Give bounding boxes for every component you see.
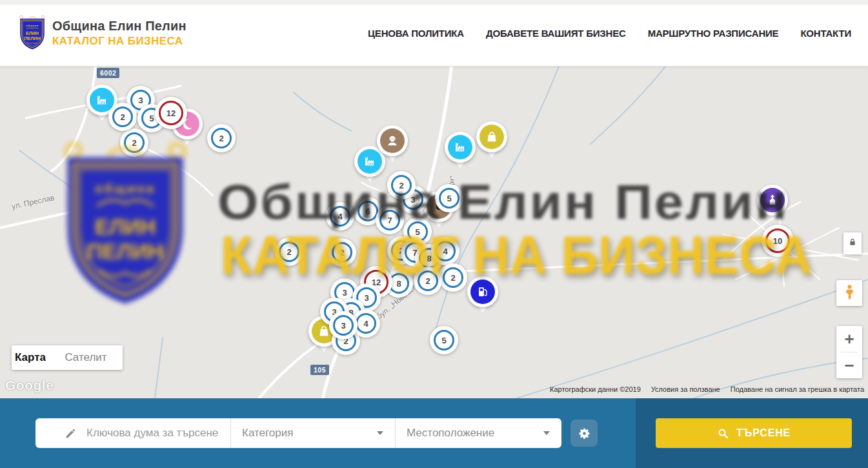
cluster-marker[interactable]: 2	[207, 124, 236, 152]
page: община ЕЛИН ПЕЛИН Община Елин Пелин КАТА…	[0, 0, 868, 468]
bag-icon	[479, 125, 504, 149]
category-dropdown-label: Категория	[242, 427, 293, 440]
terms-of-use-link[interactable]: Условия за ползване	[651, 385, 720, 393]
road-shield: 6002	[97, 68, 119, 78]
watermark-title: Община Елин Пелин	[217, 174, 789, 230]
search-button-label: ТЪРСЕНЕ	[736, 427, 791, 439]
map-type-satellite-button[interactable]: Сателит	[49, 345, 123, 370]
lock-icon	[847, 237, 858, 250]
nav-route-schedule[interactable]: МАРШРУТНО РАЗПИСАНИЕ	[648, 28, 779, 39]
top-strip	[0, 0, 868, 5]
brand-link[interactable]: община ЕЛИН ПЕЛИН Община Елин Пелин КАТА…	[0, 15, 187, 51]
search-fields: Категория Местоположение	[35, 418, 561, 448]
map-attribution: Картографски данни ©2019 Условия за полз…	[550, 385, 864, 393]
search-bar: Категория Местоположение ТЪРСЕНЕ	[0, 398, 868, 468]
keyword-search-input[interactable]	[86, 427, 230, 440]
zoom-in-button[interactable]: +	[836, 326, 862, 352]
header: община ЕЛИН ПЕЛИН Община Елин Пелин КАТА…	[0, 0, 868, 66]
svg-text:ЕЛИН: ЕЛИН	[95, 215, 156, 239]
worker-pin[interactable]	[377, 125, 408, 156]
site-title: Община Елин Пелин	[52, 19, 187, 34]
chevron-down-icon	[543, 431, 550, 435]
svg-text:община: община	[26, 24, 39, 27]
pencil-icon	[65, 427, 77, 440]
nav-contacts[interactable]: КОНТАКТИ	[800, 28, 851, 39]
svg-text:ПЕЛИН: ПЕЛИН	[24, 36, 40, 41]
main-nav: ЦЕНОВА ПОЛИТИКА ДОБАВЕТЕ ВАШИЯТ БИЗНЕС М…	[368, 28, 868, 39]
search-button[interactable]: ТЪРСЕНЕ	[656, 418, 852, 448]
search-bar-left-panel: Категория Местоположение	[0, 398, 636, 468]
location-dropdown[interactable]: Местоположение	[396, 418, 561, 448]
keyword-field	[35, 418, 231, 448]
street-view-pegman[interactable]	[836, 280, 862, 306]
zoom-control: + −	[836, 326, 862, 378]
report-map-error-link[interactable]: Подаване на сигнал за грешка в картата	[731, 385, 864, 393]
municipality-logo: община ЕЛИН ПЕЛИН	[17, 15, 47, 51]
map-type-control: Карта Сателит	[12, 345, 123, 370]
site-subtitle: КАТАЛОГ НА БИЗНЕСА	[52, 35, 187, 48]
svg-text:ЕЛИН: ЕЛИН	[26, 31, 39, 36]
road-shield: 105	[310, 365, 329, 375]
cluster-marker[interactable]: 2	[108, 103, 137, 131]
lock-button[interactable]	[843, 232, 862, 254]
pegman-icon	[841, 283, 858, 303]
search-bar-right-panel: ТЪРСЕНЕ	[636, 398, 868, 468]
chevron-down-icon	[377, 431, 383, 435]
svg-text:ПЕЛИН: ПЕЛИН	[87, 239, 164, 263]
search-icon	[717, 427, 729, 440]
map-type-map-button[interactable]: Карта	[12, 345, 49, 370]
nav-add-your-business[interactable]: ДОБАВЕТЕ ВАШИЯТ БИЗНЕС	[486, 28, 626, 39]
factory-pin[interactable]	[445, 132, 476, 163]
nav-pricing-policy[interactable]: ЦЕНОВА ПОЛИТИКА	[368, 28, 464, 39]
category-dropdown[interactable]: Категория	[231, 418, 396, 448]
svg-text:община: община	[95, 181, 156, 196]
watermark-subtitle: КАТАЛОГ НА БИЗНЕСА	[221, 224, 812, 287]
factory-icon	[448, 135, 472, 159]
advanced-settings-button[interactable]	[570, 420, 598, 447]
cluster-marker[interactable]: 12	[155, 97, 187, 129]
brand-text: Община Елин Пелин КАТАЛОГ НА БИЗНЕСА	[52, 19, 187, 48]
worker-icon	[380, 128, 405, 153]
map-canvas[interactable]: ул. Преславбул. „Новоселци“6002105232512…	[0, 66, 868, 398]
zoom-out-button[interactable]: −	[836, 352, 862, 378]
attribution-copyright: Картографски данни ©2019	[550, 385, 641, 393]
bag-pin[interactable]	[476, 121, 507, 152]
location-dropdown-label: Местоположение	[407, 427, 494, 440]
gear-icon	[578, 427, 591, 440]
cluster-marker[interactable]: 5	[430, 326, 458, 354]
google-logo[interactable]: Google	[5, 378, 54, 393]
watermark-logo: община ЕЛИН ПЕЛИН	[55, 139, 196, 314]
cluster-marker[interactable]: 3	[329, 311, 358, 340]
